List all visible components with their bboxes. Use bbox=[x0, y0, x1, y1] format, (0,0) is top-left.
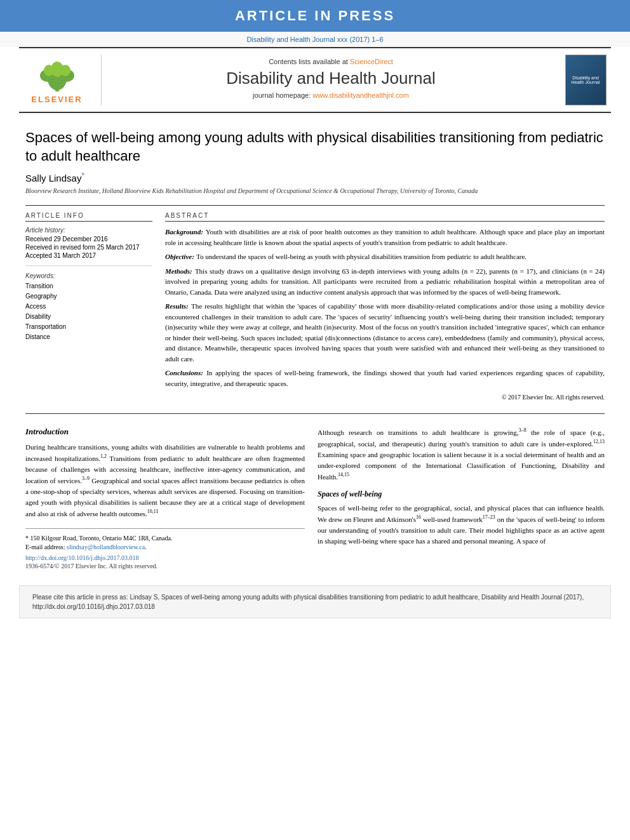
doi-line: Disability and Health Journal xxx (2017)… bbox=[246, 36, 383, 43]
divider-2 bbox=[25, 413, 605, 414]
introduction-paragraph2: Although research on transitions to adul… bbox=[318, 427, 605, 482]
abstract-background: Background: Youth with disabilities are … bbox=[165, 227, 605, 248]
introduction-title: Introduction bbox=[25, 427, 305, 437]
introduction-paragraph1: During healthcare transitions, young adu… bbox=[25, 442, 305, 519]
journal-cover-image: Disability and Health Journal bbox=[565, 55, 607, 105]
objective-label: Objective: bbox=[165, 253, 194, 260]
methods-label: Methods: bbox=[165, 267, 192, 275]
background-label: Background: bbox=[165, 228, 203, 236]
methods-text: This study draws on a qualitative design… bbox=[165, 267, 605, 296]
issn-line: 1936-6574/© 2017 Elsevier Inc. All right… bbox=[25, 563, 305, 570]
copyright: © 2017 Elsevier Inc. All rights reserved… bbox=[165, 394, 605, 401]
abstract-objective: Objective: To understand the spaces of w… bbox=[165, 251, 605, 262]
article-title: Spaces of well-being among young adults … bbox=[25, 129, 605, 165]
keyword-transition: Transition bbox=[25, 281, 152, 291]
sciencedirect-link[interactable]: ScienceDirect bbox=[350, 58, 393, 65]
footnote-email-link[interactable]: slindsay@hollandbloorview.ca bbox=[67, 543, 145, 550]
elsevier-tree-icon bbox=[35, 57, 79, 95]
results-label: Results: bbox=[165, 302, 189, 310]
journal-title: Disability and Health Journal bbox=[114, 69, 547, 88]
keywords-label: Keywords: bbox=[25, 272, 152, 279]
objective-text: To understand the spaces of well-being a… bbox=[196, 253, 526, 260]
results-text: The results highlight that within the 's… bbox=[165, 302, 605, 363]
elsevier-logo: ELSEVIER bbox=[19, 55, 102, 105]
keyword-geography: Geography bbox=[25, 291, 152, 302]
abstract-conclusions: Conclusions: In applying the spaces of w… bbox=[165, 368, 605, 389]
journal-center: Contents lists available at ScienceDirec… bbox=[102, 55, 560, 105]
accepted-date: Accepted 31 March 2017 bbox=[25, 252, 152, 259]
affiliation: Bloorview Research Institute, Holland Bl… bbox=[25, 187, 605, 196]
received-date: Received 29 December 2016 bbox=[25, 236, 152, 243]
article-info-header: ARTICLE INFO bbox=[25, 212, 152, 222]
keyword-transportation: Transportation bbox=[25, 322, 152, 332]
cite-bar: Please cite this article in press as: Li… bbox=[19, 585, 611, 618]
body-left-column: Introduction During healthcare transitio… bbox=[25, 427, 305, 570]
keyword-access: Access bbox=[25, 302, 152, 312]
abstract-column: ABSTRACT Background: Youth with disabili… bbox=[165, 212, 605, 401]
footnote-address: * 150 Kilgour Road, Toronto, Ontario M4C… bbox=[25, 534, 305, 543]
keywords-section: Keywords: Transition Geography Access Di… bbox=[25, 272, 152, 342]
conclusions-text: In applying the spaces of well-being fra… bbox=[165, 369, 605, 387]
abstract-results: Results: The results highlight that with… bbox=[165, 301, 605, 364]
svg-point-5 bbox=[44, 65, 54, 76]
history-label: Article history: bbox=[25, 227, 152, 234]
homepage-link[interactable]: www.disabilityandhealthjnl.com bbox=[312, 91, 409, 99]
homepage-line: journal homepage: www.disabilityandhealt… bbox=[114, 91, 547, 99]
sciencedirect-line: Contents lists available at ScienceDirec… bbox=[114, 58, 547, 65]
keyword-distance: Distance bbox=[25, 332, 152, 342]
author-name: Sally Lindsay* bbox=[25, 171, 605, 183]
elsevier-name: ELSEVIER bbox=[31, 95, 82, 104]
abstract-methods: Methods: This study draws on a qualitati… bbox=[165, 266, 605, 298]
revised-date: Received in revised form 25 March 2017 bbox=[25, 244, 152, 251]
footnote-section: * 150 Kilgour Road, Toronto, Ontario M4C… bbox=[25, 528, 305, 570]
article-in-press-banner: ARTICLE IN PRESS bbox=[0, 0, 630, 32]
body-right-column: Although research on transitions to adul… bbox=[318, 427, 605, 570]
article-info-column: ARTICLE INFO Article history: Received 2… bbox=[25, 212, 152, 401]
abstract-header: ABSTRACT bbox=[165, 212, 605, 222]
keyword-disability: Disability bbox=[25, 312, 152, 322]
svg-point-6 bbox=[60, 65, 70, 76]
footnote-email: E-mail address: slindsay@hollandbloorvie… bbox=[25, 543, 305, 552]
conclusions-label: Conclusions: bbox=[165, 369, 203, 377]
author-asterisk: * bbox=[81, 171, 84, 179]
article-history: Article history: Received 29 December 20… bbox=[25, 227, 152, 266]
doi-footer[interactable]: http://dx.doi.org/10.1016/j.dhjo.2017.03… bbox=[25, 554, 305, 561]
journal-cover: Disability and Health Journal bbox=[560, 55, 611, 105]
spaces-wellbeing-paragraph1: Spaces of well-being refer to the geogra… bbox=[318, 503, 605, 547]
background-text: Youth with disabilities are at risk of p… bbox=[165, 228, 605, 246]
divider bbox=[25, 205, 605, 206]
spaces-wellbeing-title: Spaces of well-being bbox=[318, 490, 605, 499]
